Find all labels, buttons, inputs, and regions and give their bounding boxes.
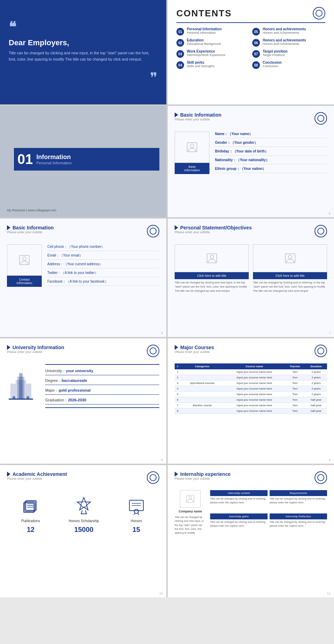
col-num: # [175,363,181,369]
uni-graduation: Graduation：2026-2030 [45,398,159,405]
contents-item-heading-2: Education [187,38,221,42]
university-fields: University：your university Degree：baccal… [45,364,159,408]
contents-item-3: 03 Work Experience Internship/Work Exper… [176,49,249,58]
courses-title-group: Major Courses Please enter your subtitle [175,345,214,359]
contents-item-sub-3: Internship/Work Experience [187,53,225,57]
contents-item-text-3: Work Experience Internship/Work Experien… [187,49,225,57]
contents-item-sub-1: Personal Information [187,31,222,34]
statement-card-text-1: Title can be changed by clicking and new… [175,279,249,294]
logo-icon [313,7,325,19]
statement-cards: Click here to add title Title can be cha… [175,244,327,294]
reflection-text: Title can be changed by clicking and re-… [270,519,327,529]
courses-table: # Categories Course name Teacher Duratio… [175,363,327,414]
contact-content: ContactInformation Cell phone：（Your phon… [7,244,159,288]
cover-body-text: Title can be changed by clicking and new… [9,50,158,62]
base-info-title-group: Basic Information Please enter your subt… [175,112,221,126]
contents-item-heading-8: Conclusion [263,61,281,64]
university-content: University：your university Degree：baccal… [7,364,159,408]
svg-line-25 [86,510,86,514]
internship-content: Company name Title can be changed by cli… [175,490,327,535]
university-logo [147,345,159,357]
academic-header: Academic Achievement Please enter your s… [7,471,159,485]
contents-item-text-4: Skill perks Skills and Strengths [187,61,215,68]
contents-panel: CONTENTS 01 Personal Information Persona… [168,0,334,104]
contents-num-1: 01 [176,28,184,36]
page-num-6: 6 [161,331,163,335]
svg-rect-16 [24,503,34,512]
quote-marks: ❝ [9,19,158,35]
table-row: 1Input you rcourse name hereTom2 years [175,369,327,375]
contents-item-sub-6: Honors and Achievements [263,42,306,46]
contents-num-7: 07 [252,50,260,58]
contents-item-sub-5: Honors and Achievements [263,31,306,34]
internship-subtitle: Please enter your subtitle [175,477,231,480]
svg-point-14 [13,396,15,399]
internship-photo [180,490,201,508]
honors-label: Honors [131,519,142,523]
internship-box-gains: Internship gains Title can be changed by… [210,513,268,535]
base-info-subtitle: Please enter your subtitle [175,118,221,121]
triangle-icon-internship [175,472,178,477]
statement-card-text-2: Title can be changed by clicking and re-… [253,279,327,294]
col-teacher: Teacher [285,363,305,369]
base-info-panel: Basic Information Please enter your subt… [168,106,334,217]
svg-line-32 [138,513,139,515]
requirements-text: Title can be changed by clicking and re-… [270,496,327,505]
uni-major: Major：gold professional [45,388,159,395]
contents-item-heading-4: Skill perks [187,61,215,64]
internship-box-content: Internship content Title can be changed … [210,490,268,511]
books-icon [22,497,39,516]
contact-photo-section: ContactInformation [7,244,42,287]
svg-point-30 [134,509,138,513]
university-panel: University Information Please enter your… [0,338,166,464]
internship-content-text: Title can be changed by clicking and re-… [210,496,268,505]
triangle-icon-statement [175,225,178,230]
statement-card-title-1[interactable]: Click here to add title [175,272,249,279]
info-ethnic-field: Ethnic group：（Your nation） [215,166,327,173]
svg-rect-13 [9,399,33,400]
base-info-header: Basic Information Please enter your subt… [175,112,327,126]
quote-open-icon: ❝ [9,19,16,35]
svg-point-7 [288,255,292,259]
contents-item-text-6: Honors and achievements Honors and Achie… [263,38,306,46]
academic-title-group: Academic Achievement Please enter your s… [7,471,67,485]
courses-subtitle: Please enter your subtitle [175,350,214,354]
logo-inner-circle [316,10,323,17]
contents-item-8: 08 Conclusion Conclusion [252,61,325,69]
triangle-icon-contact [7,225,10,230]
statement-card-title-2[interactable]: Click here to add title [253,272,327,279]
company-name: Company name [178,510,202,513]
contents-num-3: 03 [176,50,184,58]
stat-scholarship: Honors Scholarship 15000 [69,496,99,534]
internship-box-requirements: Requirements Title can be changed by cli… [270,490,327,511]
academic-logo [147,471,159,484]
svg-rect-10 [19,373,23,399]
slide1-subtitle: Personal Information [37,161,72,165]
university-title: University Information [7,345,64,350]
publications-label: Publications [21,519,40,523]
slide1-title-block: Information Personal Information [37,154,72,165]
requirements-title: Requirements [270,490,327,496]
contact-label: ContactInformation [7,276,42,287]
quote-close-icon: ❞ [150,70,158,85]
reflection-title: Internship Reflection [270,513,327,519]
info-gender-field: Gender：（Your gender） [215,140,327,147]
contact-panel: Basic Information Please enter your subt… [0,219,166,337]
page-num-5: 5 [329,212,331,215]
statement-photo-1 [175,244,249,272]
slide1-left-panel: 01 Information Personal Information My R… [0,106,166,217]
statement-header: Personal Statement/Objectives Please ent… [175,225,327,239]
university-icon [7,370,38,402]
col-course-name: Course name [224,363,285,369]
photo-placeholder [175,132,209,163]
contents-item-sub-4: Skills and Strengths [187,64,215,68]
contents-num-6: 06 [252,39,260,47]
contents-item-6: 06 Honors and achievements Honors and Ac… [252,38,325,47]
contents-item-7: 07 Target position Target Positions [252,49,325,58]
page-num-8: 8 [161,458,163,462]
contents-divider [176,22,325,23]
triangle-icon [175,112,178,117]
table-row: 6Input you rcourse name hereTomhalf-year [175,397,327,403]
svg-point-1 [190,144,194,148]
university-header: University Information Please enter your… [7,345,159,359]
